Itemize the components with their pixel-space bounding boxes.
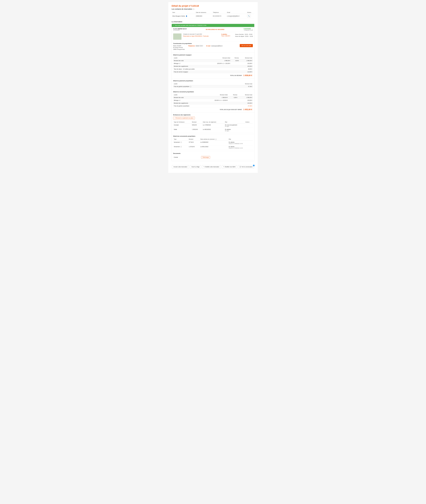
pv-remise bbox=[231, 65, 239, 68]
vd-date: Le 08/11/2022 bbox=[200, 145, 228, 150]
owner-email: marieuquen@ffree.fr bbox=[211, 45, 223, 47]
ech-date: Le 17/08/2022 bbox=[202, 124, 224, 128]
ech-montant: 535,60 € bbox=[191, 124, 202, 128]
adults-info-block: 2 adultes Total 1 838,60 € bbox=[221, 34, 230, 40]
col-email: Email bbox=[226, 11, 246, 14]
payment-row: Montant des nuits 1 580,00 € 0,00 € 1 58… bbox=[173, 59, 253, 62]
add-payment-btn[interactable]: + Percevoir un paiement sur place bbox=[173, 117, 195, 119]
owner-name: Marie UGUEN bbox=[173, 45, 185, 47]
documents-title: Documents bbox=[173, 153, 253, 154]
edit-icon: ✎ bbox=[204, 166, 205, 168]
ech-col-etat: État bbox=[224, 121, 245, 124]
versement-row: Ménage x 1 120,00 € x 1 = 120,00 € 120,0… bbox=[173, 99, 253, 102]
chevron-icon: ⌄ bbox=[252, 28, 253, 30]
pv-col-total: Montant total bbox=[239, 57, 253, 59]
vd-col-etat: État bbox=[228, 138, 253, 141]
owner-name-block: Marie UGUEN 84 réiney Pennaz 29880 Ploug… bbox=[173, 45, 185, 50]
pp-total: 47,40 € bbox=[228, 85, 253, 88]
reservation-total: Total 1 838,60 € bbox=[221, 35, 230, 37]
vp-libelle: Montant des nuits bbox=[173, 96, 203, 99]
payment-voyageur-title: Détail du paiement voyageur bbox=[173, 54, 253, 56]
pp-col-libelle: Libellé bbox=[173, 83, 228, 85]
pv-remise bbox=[231, 70, 239, 73]
pv-col-libelle: Libellé bbox=[173, 57, 208, 59]
vp-initial bbox=[203, 105, 228, 107]
vd-montant: 377,60 € bbox=[188, 141, 200, 145]
echeance-row: Acompte 535,60 € Le 17/08/2022 En cours … bbox=[173, 124, 253, 128]
times-block: Heure d'arrivée : 16:00 – 20:00 Heure de… bbox=[235, 34, 253, 40]
vp-col-remise: Remise bbox=[228, 94, 238, 96]
pv-total-label: TOTAL DU SÉJOUR bbox=[230, 75, 242, 76]
cancel-reservation-btn[interactable]: Annuler cette réservation bbox=[172, 165, 189, 168]
echeances-title: Échéances des règlements bbox=[173, 114, 253, 116]
vp-remise bbox=[228, 102, 238, 105]
owner-phone: 06346 73747 bbox=[196, 45, 203, 47]
contacts-title: Les contacts de réservation i bbox=[172, 8, 254, 10]
versement-date-info-icon[interactable]: i bbox=[215, 139, 217, 140]
pv-libelle: Ménage x 1 bbox=[173, 62, 208, 65]
pv-total: 28,00 € bbox=[239, 68, 253, 70]
litige-btn[interactable]: Ouvrir un litige bbox=[190, 165, 201, 168]
download-btn[interactable]: Télécharger bbox=[201, 156, 210, 159]
versement-info-icon[interactable]: i bbox=[180, 146, 182, 147]
modify-reservation-btn[interactable]: ✎ Modifier cette réservation bbox=[202, 165, 221, 168]
owner-row: Marie UGUEN 84 réiney Pennaz 29880 Ploug… bbox=[173, 45, 240, 50]
documents-table: Contrat Télécharger bbox=[173, 155, 253, 159]
pv-total: 110,60 € bbox=[239, 70, 253, 73]
property-ref: GFHD80089 bbox=[173, 30, 187, 31]
contacts-section: Les contacts de réservation i Nom Date d… bbox=[172, 8, 254, 18]
contacts-info-icon[interactable]: i bbox=[193, 8, 194, 10]
versement-row: Montant des nuits 1 580,00 € 0,00 € 1 58… bbox=[173, 96, 253, 99]
bottom-actions: Annuler cette réservation Ouvrir un liti… bbox=[172, 163, 254, 170]
ech-col-type: Type de l'échéance bbox=[173, 121, 191, 124]
check-icon: ✓ bbox=[173, 25, 174, 26]
pv-total-amount: 1 838,60 € bbox=[243, 74, 252, 76]
vp-total-amount: 1 652,60 € bbox=[243, 109, 252, 111]
departure-time: Heure de départ : 09:00 – 10:00 bbox=[235, 35, 253, 37]
vp-libelle: Frais de gestion propriétaire bbox=[173, 105, 203, 107]
pv-remise: 0,00 € bbox=[231, 59, 239, 62]
booking-links: Réservation en ligne R202200031 • Partic… bbox=[183, 35, 220, 37]
ech-actions bbox=[245, 124, 253, 128]
property-name: CLOS ABERW BACH bbox=[173, 28, 187, 30]
contacts-table: Nom Date de naissance Téléphone Email Ac… bbox=[172, 11, 254, 18]
owner-coords: Coordonnées du propriétaire Voir sur une… bbox=[172, 41, 254, 53]
online-booking-link[interactable]: Réservation en ligne bbox=[183, 35, 194, 37]
status-date: 17/08/2022 13:50 bbox=[244, 30, 253, 31]
arrival-time: Heure d'arrivée : 16:00 – 20:00 bbox=[235, 34, 253, 35]
col-nom: Nom bbox=[172, 11, 195, 14]
versement-row: Frais de gestion propriétaire - 47,40 € bbox=[173, 105, 253, 107]
payment-row: Montant des suppléments 120,00 € bbox=[173, 65, 253, 68]
pv-total: 1 580,00 € bbox=[239, 59, 253, 62]
vp-total: 120,00 € bbox=[238, 102, 253, 105]
vp-initial: 120,00 € x 1 = 120,00 € bbox=[203, 99, 228, 102]
contact-phone: 06 10 99 90 76 bbox=[212, 14, 226, 18]
person-icon: 👤 bbox=[186, 15, 187, 17]
email-label: E-mail bbox=[206, 45, 210, 47]
vd-col-date: Date estimée de virement i bbox=[200, 138, 228, 141]
vp-total: - 47,40 € bbox=[238, 105, 253, 107]
versements-detail-title: Détail des versements propriétaire bbox=[173, 135, 253, 137]
owner-address: 84 réiney Pennaz 29880 Plouguerneau bbox=[173, 47, 185, 50]
pv-col-initial: Montant initial bbox=[208, 57, 231, 59]
phone-label: Téléphone bbox=[188, 45, 195, 47]
versement-info-icon[interactable]: i bbox=[180, 142, 182, 143]
document-row: Contrat Télécharger bbox=[173, 155, 253, 159]
vd-type: Versement i bbox=[173, 145, 188, 150]
adults-count: 2 adultes bbox=[221, 34, 230, 35]
vp-total: 120,00 € bbox=[238, 99, 253, 102]
frais-info-icon[interactable]: i bbox=[190, 86, 191, 87]
reservation-details: Création le mercredi 17 août 2022 Réserv… bbox=[183, 34, 220, 40]
conversation-btn[interactable]: 💬 Voir la conversation 2 bbox=[238, 165, 254, 168]
owner-email-block: E-mail marieuquen@ffree.fr bbox=[206, 45, 223, 47]
pv-remise bbox=[231, 68, 239, 70]
payment-voyageur-section: Détail du paiement voyageur Libellé Mont… bbox=[172, 53, 254, 78]
ech-col-montant: Montant bbox=[191, 121, 202, 124]
pv-total: 120,00 € bbox=[239, 65, 253, 68]
pv-total: 120,00 € bbox=[239, 62, 253, 65]
vd-etat: En attente Depuis le 17/08/2022 13:45 bbox=[228, 145, 253, 150]
search-contact-btn[interactable]: 🔍 bbox=[247, 15, 251, 17]
vp-col-initial: Montant initial bbox=[203, 94, 228, 96]
map-btn[interactable]: Voir sur une carte bbox=[240, 44, 253, 47]
iban-btn[interactable]: ✎ Modifier mon IBAN bbox=[222, 165, 237, 168]
